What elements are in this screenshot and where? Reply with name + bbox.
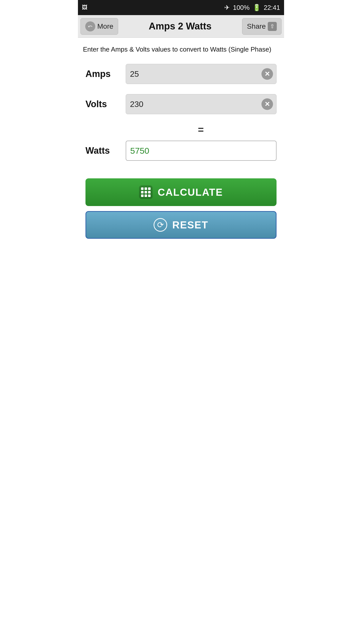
volts-row: Volts ✕ bbox=[85, 94, 277, 114]
amps-label: Amps bbox=[85, 69, 126, 79]
status-bar: 🖼 ✈ 100% 🔋 22:41 bbox=[78, 0, 284, 15]
share-label: Share bbox=[247, 22, 266, 30]
amps-input[interactable] bbox=[126, 64, 260, 84]
back-icon: ⤺ bbox=[85, 21, 95, 31]
reset-icon: ⟳ bbox=[154, 218, 167, 232]
form-area: Amps ✕ Volts ✕ = Watts 5750 bbox=[78, 59, 284, 178]
volts-input[interactable] bbox=[126, 94, 260, 114]
calculator-grid-icon bbox=[139, 185, 153, 199]
volts-label: Volts bbox=[85, 99, 126, 109]
watts-row: Watts 5750 bbox=[85, 141, 277, 161]
equals-sign: = bbox=[198, 124, 204, 136]
image-icon: 🖼 bbox=[82, 4, 87, 11]
battery-percent: 100% bbox=[233, 4, 250, 12]
battery-icon: 🔋 bbox=[253, 4, 261, 12]
reset-button[interactable]: ⟳ RESET bbox=[85, 211, 277, 239]
airplane-icon: ✈ bbox=[224, 4, 230, 12]
more-button[interactable]: ⤺ More bbox=[80, 18, 118, 35]
calculate-label: CALCULATE bbox=[158, 187, 223, 198]
calculate-button[interactable]: CALCULATE bbox=[85, 178, 277, 206]
clock: 22:41 bbox=[264, 4, 280, 12]
share-button[interactable]: Share ⇧ bbox=[242, 18, 282, 35]
nav-bar: ⤺ More Amps 2 Watts Share ⇧ bbox=[78, 15, 284, 38]
amps-clear-button[interactable]: ✕ bbox=[260, 66, 275, 82]
more-label: More bbox=[97, 22, 113, 30]
amps-clear-icon: ✕ bbox=[261, 68, 273, 80]
watts-result: 5750 bbox=[130, 146, 149, 156]
volts-clear-icon: ✕ bbox=[261, 98, 273, 110]
reset-label: RESET bbox=[172, 219, 208, 231]
buttons-area: CALCULATE ⟳ RESET bbox=[78, 178, 284, 249]
watts-label: Watts bbox=[85, 145, 126, 156]
volts-input-wrapper: ✕ bbox=[126, 94, 277, 114]
amps-input-wrapper: ✕ bbox=[126, 64, 277, 84]
amps-row: Amps ✕ bbox=[85, 64, 277, 84]
watts-result-wrapper: 5750 bbox=[126, 141, 277, 161]
share-icon: ⇧ bbox=[268, 22, 277, 31]
volts-clear-button[interactable]: ✕ bbox=[260, 97, 275, 112]
equals-row: = bbox=[85, 124, 277, 136]
instruction-text: Enter the Amps & Volts values to convert… bbox=[78, 38, 284, 59]
page-title: Amps 2 Watts bbox=[118, 21, 242, 32]
